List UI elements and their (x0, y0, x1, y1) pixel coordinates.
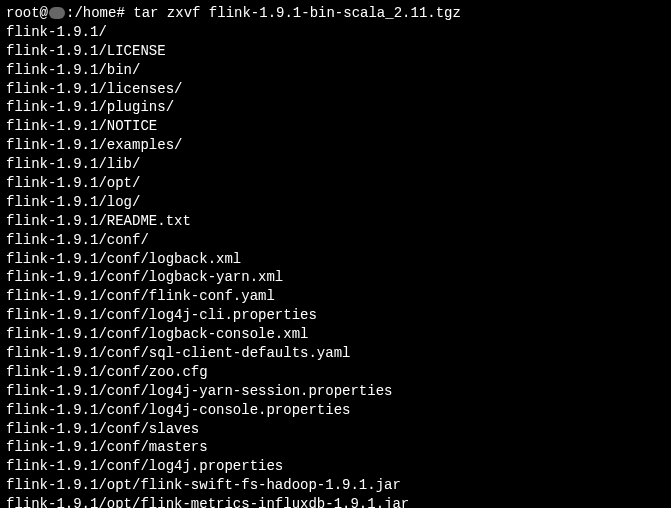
output-line: flink-1.9.1/conf/logback.xml (6, 250, 665, 269)
output-line: flink-1.9.1/plugins/ (6, 98, 665, 117)
output-line: flink-1.9.1/opt/flink-metrics-influxdb-1… (6, 495, 665, 508)
command-text: tar zxvf flink-1.9.1-bin-scala_2.11.tgz (133, 5, 461, 21)
output-line: flink-1.9.1/conf/masters (6, 438, 665, 457)
output-line: flink-1.9.1/licenses/ (6, 80, 665, 99)
output-line: flink-1.9.1/conf/log4j.properties (6, 457, 665, 476)
output-line: flink-1.9.1/log/ (6, 193, 665, 212)
output-line: flink-1.9.1/NOTICE (6, 117, 665, 136)
output-line: flink-1.9.1/lib/ (6, 155, 665, 174)
output-line: flink-1.9.1/conf/log4j-console.propertie… (6, 401, 665, 420)
output-line: flink-1.9.1/bin/ (6, 61, 665, 80)
output-line: flink-1.9.1/ (6, 23, 665, 42)
output-line: flink-1.9.1/conf/sql-client-defaults.yam… (6, 344, 665, 363)
output-line: flink-1.9.1/examples/ (6, 136, 665, 155)
output-line: flink-1.9.1/conf/flink-conf.yaml (6, 287, 665, 306)
prompt-line[interactable]: root@:/home# tar zxvf flink-1.9.1-bin-sc… (6, 4, 665, 23)
terminal-output: flink-1.9.1/flink-1.9.1/LICENSEflink-1.9… (6, 23, 665, 508)
output-line: flink-1.9.1/conf/logback-console.xml (6, 325, 665, 344)
output-line: flink-1.9.1/conf/zoo.cfg (6, 363, 665, 382)
output-line: flink-1.9.1/conf/log4j-yarn-session.prop… (6, 382, 665, 401)
output-line: flink-1.9.1/conf/logback-yarn.xml (6, 268, 665, 287)
output-line: flink-1.9.1/conf/slaves (6, 420, 665, 439)
prompt-user: root@ (6, 5, 48, 21)
output-line: flink-1.9.1/opt/flink-swift-fs-hadoop-1.… (6, 476, 665, 495)
output-line: flink-1.9.1/README.txt (6, 212, 665, 231)
output-line: flink-1.9.1/opt/ (6, 174, 665, 193)
prompt-path: :/home# (66, 5, 125, 21)
output-line: flink-1.9.1/LICENSE (6, 42, 665, 61)
redacted-host-icon (49, 7, 65, 19)
output-line: flink-1.9.1/conf/log4j-cli.properties (6, 306, 665, 325)
output-line: flink-1.9.1/conf/ (6, 231, 665, 250)
